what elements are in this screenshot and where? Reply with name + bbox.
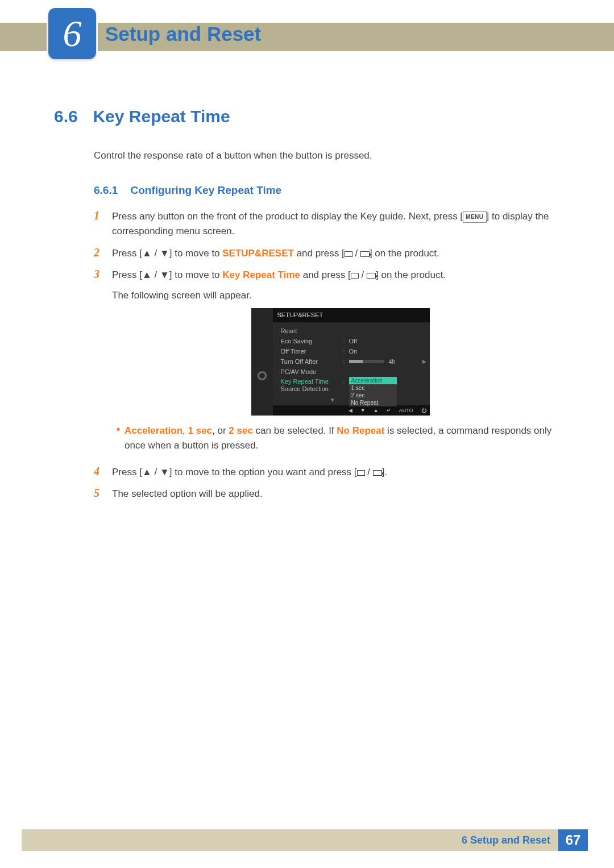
source-icon	[360, 251, 370, 257]
slash: /	[152, 269, 160, 280]
footer: 6 Setup and Reset 67	[22, 829, 614, 851]
down-arrow-icon: ▼	[160, 467, 169, 477]
dropdown-option-selected: Acceleration	[349, 377, 397, 384]
osd-title: SETUP&RESET	[273, 308, 430, 323]
osd-row-eco: Eco Saving:Off	[281, 336, 430, 346]
step-body: Press any button on the front of the pro…	[112, 209, 569, 239]
step-body: Press [▲ / ▼] to move to SETUP&RESET and…	[112, 246, 439, 261]
section-number: 6.6	[54, 107, 90, 126]
text: ] to move to	[169, 248, 223, 259]
chevron-down-icon: ▾	[258, 394, 407, 405]
section-intro: Control the response rate of a button wh…	[94, 150, 569, 161]
step-number: 4	[94, 465, 112, 480]
power-icon: ⏻	[421, 406, 426, 414]
subsection-heading: 6.6.1 Configuring Key Repeat Time	[94, 184, 569, 197]
chapter-number: 6	[63, 12, 82, 55]
bullet-note: • Acceleration, 1 sec, or 2 sec can be s…	[112, 423, 569, 454]
bullet-text: Acceleration, 1 sec, or 2 sec can be sel…	[125, 423, 569, 454]
main-content: 6.6 Key Repeat Time Control the response…	[54, 107, 569, 508]
label: PC/AV Mode	[281, 367, 343, 377]
two-sec-label: 2 sec	[229, 425, 253, 436]
value: 4h	[389, 357, 396, 367]
step-number: 5	[94, 487, 112, 501]
slash: /	[352, 248, 360, 259]
down-arrow-icon: ▼	[160, 269, 169, 280]
label: Off Timer	[281, 347, 343, 357]
label: Reset	[281, 326, 343, 337]
colon: :	[343, 357, 349, 367]
text: , or	[212, 425, 229, 436]
chapter-badge: 6	[48, 8, 96, 59]
rect-icon	[357, 470, 365, 476]
header-left-stripe	[0, 23, 47, 51]
rect-icon	[345, 251, 352, 257]
nav-left-icon: ◀	[349, 406, 352, 414]
osd-row-offtimer: Off Timer:On	[281, 346, 430, 356]
following-screen-text: The following screen will appear.	[112, 288, 569, 303]
label: Source Detection	[281, 384, 343, 394]
text: Press [	[112, 269, 142, 280]
step-number: 3	[94, 268, 112, 458]
osd-row-turnoff: Turn Off After:4h ▶	[281, 356, 430, 367]
text: Press [	[112, 248, 142, 259]
text: Press any button on the front of the pro…	[112, 211, 463, 222]
menu-button-label: MENU	[463, 211, 486, 223]
up-arrow-icon: ▲	[142, 467, 152, 477]
one-sec-label: 1 sec	[188, 425, 213, 436]
osd-row-pcav: PC/AV Mode	[281, 367, 430, 377]
footer-page-number: 67	[558, 829, 588, 851]
step-number: 1	[94, 209, 112, 239]
step-4: 4 Press [▲ / ▼] to move to the option yo…	[94, 465, 569, 480]
right-arrow-icon: ▶	[422, 358, 426, 366]
value: Off	[349, 337, 357, 347]
subsection-number: 6.6.1	[94, 184, 128, 197]
step-number: 2	[94, 246, 112, 261]
step-1: 1 Press any button on the front of the p…	[94, 209, 569, 239]
dropdown-option: 1 sec	[349, 384, 397, 392]
gear-icon	[258, 371, 267, 380]
section-title: Key Repeat Time	[93, 107, 230, 126]
step-body: Press [▲ / ▼] to move to Key Repeat Time…	[112, 268, 569, 458]
osd-main: SETUP&RESET Reset Eco Saving:Off Off Tim…	[273, 308, 430, 416]
colon: :	[343, 337, 349, 347]
slash: /	[152, 248, 160, 259]
slash: /	[359, 269, 367, 280]
step-2: 2 Press [▲ / ▼] to move to SETUP&RESET a…	[94, 246, 569, 261]
text: ] to move to	[169, 269, 223, 280]
rect-icon	[351, 273, 359, 279]
label: Eco Saving	[281, 337, 343, 347]
step-5: 5 The selected option will be applied.	[94, 487, 569, 501]
colon: :	[343, 347, 349, 357]
text: ,	[182, 425, 188, 436]
bullet-dot-icon: •	[112, 423, 125, 454]
chapter-title: Setup and Reset	[105, 23, 261, 45]
osd-rows: Reset Eco Saving:Off Off Timer:On Turn O…	[273, 322, 430, 405]
text: and press [	[294, 248, 345, 259]
section-heading: 6.6 Key Repeat Time	[54, 107, 569, 126]
text: ] to move to the option you want and pre…	[169, 467, 357, 477]
nav-down-icon: ▼	[360, 406, 366, 414]
up-arrow-icon: ▲	[142, 269, 152, 280]
step-body: Press [▲ / ▼] to move to the option you …	[112, 465, 387, 480]
acceleration-label: Acceleration	[125, 425, 182, 436]
step-3: 3 Press [▲ / ▼] to move to Key Repeat Ti…	[94, 268, 569, 458]
slider-icon	[349, 360, 384, 363]
osd-screenshot: SETUP&RESET Reset Eco Saving:Off Off Tim…	[251, 308, 430, 416]
steps-list: 1 Press any button on the front of the p…	[94, 209, 569, 501]
osd-row-reset: Reset	[281, 326, 430, 336]
text: and press [	[300, 269, 351, 280]
auto-label: AUTO	[399, 406, 413, 414]
source-icon	[367, 273, 376, 279]
label: Turn Off After	[281, 357, 343, 367]
text: Press [	[112, 467, 142, 477]
text: ] on the product.	[370, 248, 439, 259]
step-body: The selected option will be applied.	[112, 487, 263, 501]
no-repeat-label: No Repeat	[337, 425, 384, 436]
nav-enter-icon: ↵	[387, 406, 391, 414]
key-repeat-time-label: Key Repeat Time	[222, 269, 300, 280]
slash: /	[365, 467, 373, 477]
up-arrow-icon: ▲	[142, 248, 152, 259]
colon: :	[343, 377, 349, 387]
value: On	[349, 347, 358, 357]
nav-up-icon: ▲	[374, 406, 379, 414]
